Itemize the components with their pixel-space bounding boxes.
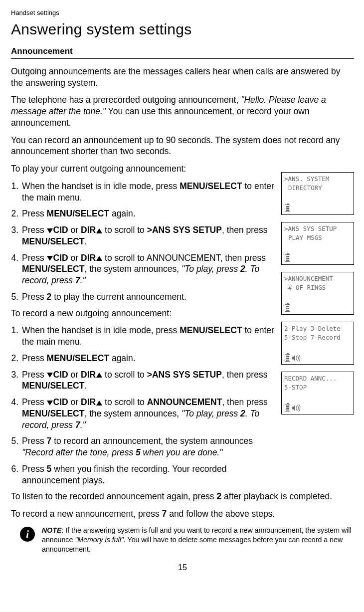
text: , then press [222, 370, 267, 380]
text: . [84, 236, 87, 246]
text: Press [22, 436, 47, 446]
battery-icon [285, 254, 290, 262]
text: and follow the above steps. [167, 509, 275, 519]
key-2: 2 [216, 491, 221, 501]
text: , then press [222, 397, 267, 407]
text: , the system announces, [84, 408, 182, 418]
text: When the handset is in idle mode, press [22, 325, 180, 335]
battery-icon [285, 304, 290, 312]
list-item: When the handset is in idle mode, press … [21, 181, 283, 204]
text: Press [22, 292, 47, 302]
list-item: Press CID or DIR to scroll to ANNOUNCEME… [21, 252, 283, 286]
list-item: Press CID or DIR to scroll to >ANS SYS S… [21, 369, 283, 392]
text: To listen to the recorded announcement a… [11, 491, 216, 501]
text: Press [22, 397, 47, 407]
speaker-icon [292, 355, 301, 362]
text: again. [109, 208, 136, 218]
text: Press [22, 370, 47, 380]
dir-label: DIR [81, 397, 96, 407]
speaker-icon [292, 405, 301, 411]
list-item: Press CID or DIR to scroll to ANNOUNCEME… [21, 397, 283, 430]
text: or [68, 397, 81, 407]
cid-label: CID [53, 370, 68, 380]
lcd-line-1: >ANNOUNCEMENT [284, 274, 351, 283]
lcd-status-row [285, 404, 301, 411]
up-arrow-icon [96, 228, 102, 233]
select-label: /SELECT [72, 208, 109, 218]
text: or [68, 370, 81, 380]
intro-para-2: The telephone has a prerecorded outgoing… [11, 94, 354, 128]
lcd-line-1: >ANS. SYSTEM [284, 175, 351, 184]
info-icon: i [20, 527, 35, 542]
cid-label: CID [53, 225, 68, 235]
text: The telephone has a prerecorded outgoing… [11, 95, 241, 105]
select-label: /SELECT [48, 236, 85, 246]
battery-icon [285, 404, 290, 411]
select-label: SELECT [208, 181, 242, 191]
lcd-line-2: 5-Stop 7-Record [284, 333, 351, 342]
menu-target: ANNOUNCEMENT [147, 397, 222, 407]
lcd-status-row [285, 304, 290, 312]
cid-label: CID [53, 397, 68, 407]
record-steps-list: When the handset is in idle mode, press … [11, 325, 283, 486]
battery-icon [285, 204, 290, 212]
menu-target: >ANS SYS SETUP [147, 225, 222, 235]
text: to scroll to [102, 397, 147, 407]
lcd-line-2: # OF RINGS [288, 283, 351, 292]
lcd-status-row [285, 354, 301, 362]
text: , then press [220, 253, 266, 263]
key-5: 5 [47, 464, 52, 474]
dir-label: DIR [81, 225, 96, 235]
text: to play the current announcement. [51, 292, 186, 302]
list-item: Press CID or DIR to scroll to >ANS SYS S… [21, 224, 283, 247]
play-heading: To play your current outgoing announceme… [11, 163, 283, 175]
text: Press [22, 253, 47, 263]
breadcrumb: Handset settings [11, 9, 354, 17]
lcd-line-1: RECORD ANNC... [284, 374, 351, 383]
menu-label: MENU [47, 353, 73, 363]
up-arrow-icon [96, 256, 102, 261]
lcd-screen: >ANS SYS SETUPPLAY MSGS [281, 222, 354, 265]
intro-para-3: You can record an announcement up to 90 … [11, 135, 354, 158]
cid-label: CID [53, 253, 68, 263]
page-title: Answering system settings [11, 19, 354, 39]
lcd-screens-column: >ANS. SYSTEMDIRECTORY>ANS SYS SETUPPLAY … [281, 172, 354, 421]
text: to scroll to [102, 253, 147, 263]
text: to scroll to [102, 225, 147, 235]
text: When the handset is in idle mode, press [22, 181, 180, 191]
record-heading: To record a new outgoing announcement: [11, 308, 283, 319]
list-item: Press 7 to record an announcement, the s… [21, 435, 283, 458]
list-item: When the handset is in idle mode, press … [21, 325, 283, 348]
lcd-line-2: DIRECTORY [288, 184, 351, 193]
note-quote: "Memory is full" [75, 536, 124, 544]
play-steps-list: When the handset is in idle mode, press … [11, 181, 283, 303]
key-7: 7 [47, 436, 52, 446]
down-arrow-icon [47, 256, 53, 261]
lcd-screen: RECORD ANNC...5-STOP [281, 372, 354, 414]
list-item: Press 2 to play the current announcement… [21, 291, 283, 303]
text: . [84, 381, 87, 391]
down-arrow-icon [47, 228, 53, 233]
menu-target: ANNOUNCEMENT [147, 253, 220, 263]
up-arrow-icon [96, 401, 102, 406]
select-label: /SELECT [48, 381, 85, 391]
key-7: 7 [162, 509, 167, 519]
divider [11, 58, 354, 59]
note-text: NOTE: If the answering system is full an… [42, 526, 354, 555]
text: after playback is completed. [221, 491, 332, 501]
text: Press [22, 464, 47, 474]
intro-para-1: Outgoing announcements are the messages … [11, 66, 354, 89]
system-prompt: "Record after the tone, press 5 when you… [22, 447, 223, 457]
menu-target: >ANS SYS SETUP [147, 370, 222, 380]
text: when you finish the recording. Your reco… [22, 464, 227, 485]
lcd-status-row [285, 204, 290, 212]
text: To record a new announcement, press [11, 509, 162, 519]
menu-label: MENU [22, 381, 48, 391]
text: to record an announcement, the system an… [51, 436, 253, 446]
lcd-line-2: PLAY MSGS [288, 233, 351, 242]
text: or [68, 253, 81, 263]
dir-label: DIR [81, 253, 96, 263]
text: Press [22, 353, 47, 363]
text: , the system announces, [84, 264, 182, 274]
lcd-line-1: >ANS SYS SETUP [284, 224, 351, 233]
